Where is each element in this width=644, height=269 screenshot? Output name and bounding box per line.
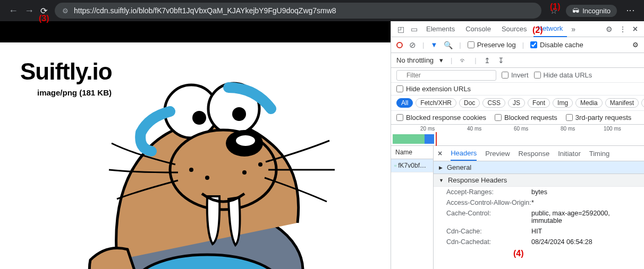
svg-point-10 <box>205 176 209 180</box>
pill-all[interactable]: All <box>396 98 413 108</box>
pill-doc[interactable]: Doc <box>459 98 480 108</box>
upload-har-icon[interactable]: ↥ <box>484 56 490 65</box>
request-list: Name ▫ fK7v0bf… <box>391 146 434 269</box>
svg-point-4 <box>192 111 206 125</box>
filter-input[interactable] <box>396 70 496 81</box>
search-icon[interactable]: 🔍 <box>444 41 453 49</box>
hide-data-urls-checkbox[interactable]: Hide data URLs <box>534 71 592 79</box>
detail-tab-bar: × Headers Preview Response Initiator Tim… <box>434 146 644 161</box>
inspect-icon[interactable]: ◰ <box>395 25 406 33</box>
resource-type-filters: All Fetch/XHR Doc CSS JS Font Img Media … <box>391 96 644 111</box>
header-row: Access-Control-Allow-Origin:* <box>434 197 644 208</box>
pill-ws[interactable]: WS <box>641 98 644 108</box>
more-tabs-icon[interactable]: » <box>569 25 578 33</box>
download-har-icon[interactable]: ↧ <box>498 56 504 65</box>
network-toolbar: ⊘ | ▼ 🔍 | Preserve log | Disable cache ⚙ <box>391 37 644 53</box>
throttling-select[interactable]: No throttling ▾ <box>396 56 443 64</box>
tab-sources[interactable]: Sources <box>497 21 531 37</box>
pill-css[interactable]: CSS <box>482 98 505 108</box>
dtab-response[interactable]: Response <box>519 150 550 158</box>
disable-cache-checkbox[interactable]: Disable cache <box>530 41 583 49</box>
nav-arrows: ← → <box>4 5 34 16</box>
pill-js[interactable]: JS <box>508 98 525 108</box>
pill-fetch[interactable]: Fetch/XHR <box>416 98 456 108</box>
tab-console[interactable]: Console <box>461 21 495 37</box>
third-party-checkbox[interactable]: 3rd-party requests <box>566 114 632 122</box>
request-detail: × Headers Preview Response Initiator Tim… <box>434 146 644 269</box>
incognito-label: Incognito <box>582 7 611 15</box>
network-settings-gear-icon[interactable]: ⚙ <box>632 41 639 49</box>
filter-funnel-icon[interactable]: ▼ <box>430 41 437 49</box>
preserve-log-checkbox[interactable]: Preserve log <box>468 41 516 49</box>
incognito-icon: 🕶 <box>572 7 579 15</box>
blocked-row: Blocked response cookies Blocked request… <box>391 111 644 125</box>
close-detail-icon[interactable]: × <box>438 149 442 158</box>
svg-point-11 <box>242 170 247 175</box>
page-viewport: Suiftly.io image/png (181 KB) <box>0 21 391 269</box>
blocked-req-checkbox[interactable]: Blocked requests <box>495 114 557 122</box>
devtools-tab-bar: ◰ ▭ Elements Console Sources Network » ⚙… <box>391 21 644 37</box>
pill-font[interactable]: Font <box>528 98 550 108</box>
pill-img[interactable]: Img <box>553 98 573 108</box>
response-header-list: Accept-Ranges:bytes Access-Control-Allow… <box>434 187 644 247</box>
svg-point-8 <box>236 135 255 146</box>
request-row[interactable]: ▫ fK7v0bf… <box>391 159 433 172</box>
close-devtools-icon[interactable]: × <box>631 24 640 34</box>
request-list-header[interactable]: Name <box>391 146 433 159</box>
address-bar[interactable]: ⚙ https://cdn.suiftly.io/blob/fK7v0bft1J… <box>55 3 541 19</box>
header-row: Accept-Ranges:bytes <box>434 187 644 197</box>
throttling-row: No throttling ▾ | ᯤ | ↥ ↧ <box>391 53 644 68</box>
site-settings-icon[interactable]: ⚙ <box>62 7 69 15</box>
filter-row: Invert Hide data URLs <box>391 68 644 83</box>
svg-point-12 <box>258 162 262 167</box>
section-general[interactable]: General <box>434 161 644 174</box>
tab-network[interactable]: Network <box>533 21 567 37</box>
invert-checkbox[interactable]: Invert <box>502 71 529 79</box>
clear-icon[interactable]: ⊘ <box>409 40 416 50</box>
walrus-image <box>58 58 345 269</box>
browser-menu-icon[interactable]: ⋮ <box>625 6 635 15</box>
hide-ext-checkbox[interactable]: Hide extension URLs <box>396 85 639 93</box>
blocked-cookies-checkbox[interactable]: Blocked response cookies <box>396 114 486 122</box>
tab-elements[interactable]: Elements <box>422 21 459 37</box>
header-row: Cache-Control:public, max-age=2592000, i… <box>434 208 644 226</box>
back-arrow-icon[interactable]: ← <box>9 5 18 16</box>
header-row: Cdn-Cache:HIT <box>434 226 644 237</box>
record-icon[interactable] <box>396 42 403 48</box>
waterfall-timeline[interactable]: 20 ms 40 ms 60 ms 80 ms 100 ms <box>391 125 644 146</box>
svg-point-5 <box>232 107 246 121</box>
hide-ext-row: Hide extension URLs <box>391 83 644 96</box>
device-toggle-icon[interactable]: ▭ <box>409 25 420 33</box>
browser-topbar: ← → ⟳ ⚙ https://cdn.suiftly.io/blob/fK7v… <box>0 0 644 21</box>
bookmark-star-icon[interactable]: ☆ <box>550 6 557 16</box>
dtab-preview[interactable]: Preview <box>485 150 510 158</box>
kebab-menu-icon[interactable]: ⋮ <box>617 25 629 33</box>
image-file-icon: ▫ <box>394 162 396 169</box>
svg-point-9 <box>189 168 193 172</box>
dtab-timing[interactable]: Timing <box>589 150 610 158</box>
header-row: Cdn-Cachedat:08/24/2024 06:54:28 <box>434 237 644 247</box>
network-split: Name ▫ fK7v0bf… × Headers Preview Respon… <box>391 146 644 269</box>
dtab-headers[interactable]: Headers <box>451 149 477 161</box>
section-response-headers[interactable]: Response Headers <box>434 174 644 187</box>
settings-gear-icon[interactable]: ⚙ <box>604 25 615 33</box>
url-text: https://cdn.suiftly.io/blob/fK7v0bft1JqV… <box>74 6 336 15</box>
reload-icon[interactable]: ⟳ <box>40 6 47 16</box>
pill-media[interactable]: Media <box>575 98 603 108</box>
dtab-initiator[interactable]: Initiator <box>558 150 581 158</box>
pill-manifest[interactable]: Manifest <box>605 98 639 108</box>
forward-arrow-icon[interactable]: → <box>24 5 34 16</box>
devtools-panel: ◰ ▭ Elements Console Sources Network » ⚙… <box>391 21 644 269</box>
incognito-badge[interactable]: 🕶 Incognito <box>566 5 617 17</box>
wifi-icon[interactable]: ᯤ <box>460 56 467 65</box>
